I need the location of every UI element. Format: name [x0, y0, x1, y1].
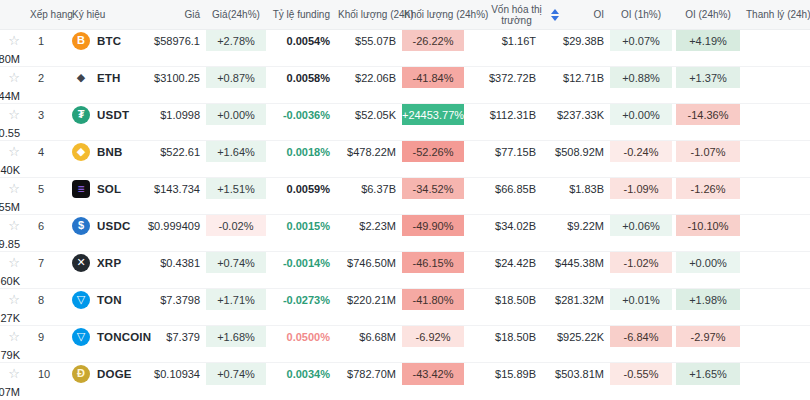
- table-row[interactable]: ☆ 4 ◆ BNB $522.61 +1.64% 0.0018% $478.22…: [0, 141, 810, 178]
- header-oi[interactable]: OI: [566, 9, 608, 20]
- table-row[interactable]: ☆ 3 ₮ USDT $1.0998 +0.00% -0.0036% $52.0…: [0, 104, 810, 141]
- symbol-cell[interactable]: ◆ ETH: [62, 67, 146, 88]
- header-volume-24h-pct[interactable]: Khối lượng (24h%): [400, 9, 478, 20]
- symbol-cell[interactable]: ◆ BNB: [62, 141, 146, 162]
- table-row[interactable]: ☆ 6 $ USDC $0.999409 -0.02% 0.0015% $2.2…: [0, 215, 810, 252]
- header-volume-24h[interactable]: Khối lượng (24h): [334, 9, 400, 20]
- table-row[interactable]: ☆ 8 ▽ TON $7.3798 +1.71% -0.0273% $220.2…: [0, 289, 810, 326]
- volume-24h-cell: $478.22M: [334, 141, 400, 162]
- oi-cell: $503.81M: [540, 363, 608, 385]
- symbol-cell[interactable]: ▽ TON: [62, 289, 146, 310]
- table-header-row: Xếp hạng Ký hiệu Giá Giá(24h%) Tỷ lệ fun…: [0, 0, 810, 30]
- price-24h-pct-cell: -0.02%: [204, 215, 268, 236]
- favorite-star-button[interactable]: ☆: [0, 67, 28, 88]
- oi-cell: $237.33K: [540, 104, 608, 125]
- volume-24h-cell: $6.37B: [334, 178, 400, 199]
- funding-rate-cell: 0.0059%: [268, 178, 334, 199]
- header-market-cap-label: Vốn hóa thị trường: [486, 4, 548, 26]
- volume-24h-cell: $746.50M: [334, 252, 400, 273]
- funding-rate-cell: -0.0014%: [268, 252, 334, 273]
- favorite-star-button[interactable]: ☆: [0, 363, 28, 385]
- rank-cell: 3: [28, 104, 62, 125]
- table-row[interactable]: ☆ 2 ◆ ETH $3100.25 +0.87% 0.0058% $22.06…: [0, 67, 810, 104]
- table-row[interactable]: ☆ 1 B BTC $58976.1 +2.78% 0.0054% $55.07…: [0, 30, 810, 67]
- oi-1h-pct-cell: +0.00%: [608, 104, 674, 125]
- coin-icon: ✕: [72, 254, 90, 272]
- favorite-star-button[interactable]: ☆: [0, 326, 28, 347]
- table-row[interactable]: ☆ 9 ▽ TONCOIN $7.379 +1.68% 0.0500% $6.6…: [0, 326, 810, 363]
- favorite-star-button[interactable]: ☆: [0, 215, 28, 236]
- symbol-label: XRP: [97, 257, 121, 269]
- market-cap-cell: $372.72B: [466, 67, 540, 88]
- symbol-cell[interactable]: B BTC: [62, 30, 146, 51]
- header-funding[interactable]: Tỷ lệ funding: [268, 9, 334, 20]
- funding-rate-cell: 0.0018%: [268, 141, 334, 162]
- volume-24h-cell: $55.07B: [334, 30, 400, 51]
- symbol-cell[interactable]: ✕ XRP: [62, 252, 146, 273]
- star-icon: ☆: [8, 182, 20, 195]
- symbol-label: BTC: [97, 35, 121, 47]
- oi-24h-pct-cell: -14.36%: [674, 104, 742, 125]
- favorite-star-button[interactable]: ☆: [0, 104, 28, 125]
- oi-1h-pct-cell: +0.06%: [608, 215, 674, 236]
- volume-24h-cell: $220.21M: [334, 289, 400, 310]
- coin-icon: ◆: [72, 143, 90, 161]
- crypto-futures-table: Xếp hạng Ký hiệu Giá Giá(24h%) Tỷ lệ fun…: [0, 0, 810, 400]
- table-row[interactable]: ☆ 5 ≡ SOL $143.734 +1.51% 0.0059% $6.37B…: [0, 178, 810, 215]
- header-price-24h[interactable]: Giá(24h%): [204, 9, 268, 20]
- market-cap-cell: $18.50B: [466, 326, 540, 347]
- oi-1h-pct-cell: -6.84%: [608, 326, 674, 347]
- liquidation-24h-cell: $389.85: [0, 236, 28, 251]
- price-24h-pct-cell: +1.64%: [204, 141, 268, 162]
- header-price[interactable]: Giá: [146, 9, 204, 20]
- rank-cell: 1: [28, 30, 62, 51]
- table-row[interactable]: ☆ 7 ✕ XRP $0.4381 +0.74% -0.0014% $746.5…: [0, 252, 810, 289]
- coin-icon: ≡: [72, 180, 90, 198]
- liquidation-24h-cell: $30.44M: [0, 88, 28, 103]
- liquidation-24h-cell: $36.80M: [0, 51, 28, 66]
- symbol-cell[interactable]: ₮ USDT: [62, 104, 146, 125]
- liquidation-24h-cell: $1.07M: [0, 385, 28, 400]
- favorite-star-button[interactable]: ☆: [0, 30, 28, 51]
- symbol-label: DOGE: [97, 368, 132, 380]
- oi-cell: $12.71B: [540, 67, 608, 88]
- oi-1h-pct-cell: -1.02%: [608, 252, 674, 273]
- funding-rate-cell: 0.0054%: [268, 30, 334, 51]
- symbol-label: USDC: [97, 220, 130, 232]
- symbol-cell[interactable]: Ð DOGE: [62, 363, 146, 385]
- header-symbol[interactable]: Ký hiệu: [62, 9, 146, 20]
- rank-cell: 6: [28, 215, 62, 236]
- favorite-star-button[interactable]: ☆: [0, 252, 28, 273]
- sort-asc-icon: [551, 9, 559, 14]
- favorite-star-button[interactable]: ☆: [0, 289, 28, 310]
- coin-icon: ₮: [72, 106, 90, 124]
- symbol-label: BNB: [97, 146, 123, 158]
- header-oi-1h[interactable]: OI (1h%): [608, 9, 674, 20]
- rank-cell: 9: [28, 326, 62, 347]
- table-row[interactable]: ☆ 10 Ð DOGE $0.10934 +0.74% 0.0034% $782…: [0, 363, 810, 400]
- favorite-star-button[interactable]: ☆: [0, 178, 28, 199]
- rank-cell: 7: [28, 252, 62, 273]
- sort-arrows-icon[interactable]: [551, 9, 559, 21]
- header-oi-24h[interactable]: OI (24h%): [674, 9, 742, 20]
- star-icon: ☆: [8, 330, 20, 343]
- liquidation-24h-cell: $7.55M: [0, 199, 28, 214]
- volume-24h-pct-cell: -6.92%: [400, 326, 466, 347]
- volume-24h-pct-cell: -41.80%: [400, 289, 466, 310]
- symbol-cell[interactable]: ≡ SOL: [62, 178, 146, 199]
- favorite-star-button[interactable]: ☆: [0, 141, 28, 162]
- symbol-cell[interactable]: $ USDC: [62, 215, 146, 236]
- market-cap-cell: $34.02B: [466, 215, 540, 236]
- header-liquidation[interactable]: Thanh lý (24h): [742, 9, 810, 20]
- market-cap-cell: $112.31B: [466, 104, 540, 125]
- liquidation-24h-cell: $121.27K: [0, 310, 28, 325]
- oi-1h-pct-cell: -1.09%: [608, 178, 674, 199]
- coin-icon: B: [72, 32, 90, 50]
- liquidation-24h-cell: $355.40K: [0, 162, 28, 177]
- symbol-label: USDT: [97, 109, 129, 121]
- header-rank[interactable]: Xếp hạng: [0, 9, 62, 20]
- symbol-cell[interactable]: ▽ TONCOIN: [62, 326, 146, 347]
- symbol-label: SOL: [97, 183, 121, 195]
- market-cap-cell: $15.89B: [466, 363, 540, 385]
- header-market-cap[interactable]: Vốn hóa thị trường: [478, 4, 566, 26]
